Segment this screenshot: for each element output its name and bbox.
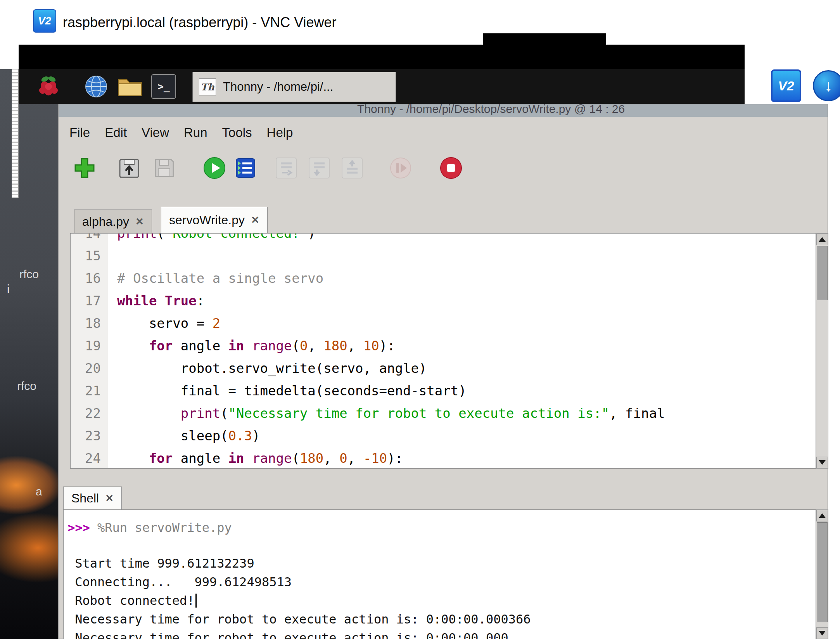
debug-button[interactable] xyxy=(233,156,258,180)
shell-pane[interactable]: >>> %Run servoWrite.py Start time 999.61… xyxy=(63,509,816,639)
code-line[interactable]: 23 sleep(0.3) xyxy=(71,424,816,447)
new-file-button[interactable] xyxy=(72,156,97,180)
shell-line: Robot connected! xyxy=(67,591,816,610)
line-number: 19 xyxy=(71,334,108,357)
code-text xyxy=(108,244,117,267)
stop-button[interactable] xyxy=(439,156,463,180)
line-number: 23 xyxy=(71,424,108,447)
shell-tabbar: Shell ✕ xyxy=(59,481,828,509)
close-icon[interactable]: ✕ xyxy=(105,492,114,504)
tab-label: alpha.py xyxy=(82,215,129,229)
menu-edit[interactable]: Edit xyxy=(105,125,127,140)
desktop-text-fragment: i xyxy=(7,282,10,296)
desktop-background: rfco i rfco a xyxy=(0,69,58,639)
line-number: 14 xyxy=(71,233,108,244)
code-text: print("Robot connected!") xyxy=(108,233,316,244)
tab-label: servoWrite.py xyxy=(169,213,245,227)
code-line[interactable]: 24 for angle in range(180, 0, -10): xyxy=(71,447,816,469)
thonny-window-titlebar[interactable]: Thonny - /home/pi/Desktop/servoWrite.py … xyxy=(59,104,828,117)
menu-help[interactable]: Help xyxy=(267,125,293,140)
open-file-button[interactable] xyxy=(117,156,142,180)
step-into-button[interactable] xyxy=(307,156,332,180)
screen: V2 raspberrypi.local (raspberrypi) - VNC… xyxy=(0,0,840,639)
code-line[interactable]: 19 for angle in range(0, 180, 10): xyxy=(71,334,816,357)
taskbar: >_ Th Thonny - /home/pi/... xyxy=(19,69,745,104)
desktop-text-fragment: rfco xyxy=(19,268,39,281)
shell-line: Connecting... 999.612498513 xyxy=(67,573,816,591)
terminal-icon[interactable]: >_ xyxy=(151,74,176,99)
step-over-button[interactable] xyxy=(274,156,299,180)
scroll-up-icon[interactable] xyxy=(816,234,828,245)
vnc-logo-text: V2 xyxy=(38,15,51,27)
scroll-down-icon[interactable] xyxy=(816,457,828,468)
shell-line: Necessary time for robot to execute acti… xyxy=(67,610,816,629)
line-number: 20 xyxy=(71,357,108,379)
scrollbar-thumb[interactable] xyxy=(817,522,828,622)
menu-run[interactable]: Run xyxy=(184,125,207,140)
vnc-app-icon[interactable]: V2 xyxy=(771,69,801,102)
code-text: sleep(0.3) xyxy=(108,424,260,447)
thonny-window-title: Thonny - /home/pi/Desktop/servoWrite.py … xyxy=(357,104,625,117)
scrollbar-thumb[interactable] xyxy=(817,246,828,300)
shell-lines: >>> %Run servoWrite.py Start time 999.61… xyxy=(67,518,816,639)
text-cursor xyxy=(195,594,197,608)
web-browser-icon[interactable] xyxy=(84,74,109,99)
editor-scrollbar[interactable] xyxy=(816,233,828,469)
save-file-button[interactable] xyxy=(152,156,176,180)
background-window-fragment xyxy=(483,33,606,45)
tab-alpha-py[interactable]: alpha.py ✕ xyxy=(74,210,152,233)
code-line[interactable]: 20 robot.servo_write(servo, angle) xyxy=(71,357,816,379)
line-number: 18 xyxy=(71,312,108,334)
code-text: # Oscillate a single servo xyxy=(108,267,323,289)
vnc-tray-icon[interactable]: ↓ xyxy=(813,70,840,101)
desktop-text-fragment: a xyxy=(36,485,42,498)
code-line[interactable]: 21 final = timedelta(seconds=end-start) xyxy=(71,379,816,402)
line-number: 15 xyxy=(71,244,108,267)
code-line[interactable]: 14print("Robot connected!") xyxy=(71,233,816,244)
file-manager-icon[interactable] xyxy=(118,74,142,99)
code-line[interactable]: 17while True: xyxy=(71,289,816,312)
pane-splitter[interactable] xyxy=(59,469,828,481)
code-line[interactable]: 15 xyxy=(71,244,816,267)
editor-pane[interactable]: 14print("Robot connected!")1516# Oscilla… xyxy=(70,233,816,469)
menu-tools[interactable]: Tools xyxy=(222,125,252,140)
code-text: servo = 2 xyxy=(108,312,220,334)
close-icon[interactable]: ✕ xyxy=(135,216,144,228)
code-text: final = timedelta(seconds=end-start) xyxy=(108,379,467,402)
editor-lines: 14print("Robot connected!")1516# Oscilla… xyxy=(71,233,816,469)
line-number: 16 xyxy=(71,267,108,289)
taskbar-thonny-label: Thonny - /home/pi/... xyxy=(223,80,333,94)
taskbar-thonny-button[interactable]: Th Thonny - /home/pi/... xyxy=(192,72,396,102)
code-line[interactable]: 22 print("Necessary time for robot to ex… xyxy=(71,402,816,424)
menu-file[interactable]: File xyxy=(69,125,90,140)
thonny-window: Thonny - /home/pi/Desktop/servoWrite.py … xyxy=(58,104,828,639)
code-line[interactable]: 18 servo = 2 xyxy=(71,312,816,334)
tab-servowrite-py[interactable]: servoWrite.py ✕ xyxy=(161,207,268,233)
vnc-logo-icon: V2 xyxy=(33,9,56,33)
terminal-glyph: >_ xyxy=(157,81,169,92)
code-line[interactable]: 16# Oscillate a single servo xyxy=(71,267,816,289)
scroll-up-icon[interactable] xyxy=(816,510,828,521)
shell-line: Start time 999.612132239 xyxy=(67,554,816,573)
code-text: robot.servo_write(servo, angle) xyxy=(108,357,427,379)
desktop-text-fragment: rfco xyxy=(17,379,36,393)
scroll-down-icon[interactable] xyxy=(816,627,828,639)
menu-view[interactable]: View xyxy=(142,125,169,140)
step-out-button[interactable] xyxy=(340,156,365,180)
vnc-window-title: raspberrypi.local (raspberrypi) - VNC Vi… xyxy=(63,0,337,45)
line-number: 22 xyxy=(71,402,108,424)
code-text: while True: xyxy=(108,289,204,312)
resume-button[interactable] xyxy=(388,156,413,180)
remote-screen-black-bar xyxy=(19,45,745,69)
line-number: 21 xyxy=(71,379,108,402)
line-number: 17 xyxy=(71,289,108,312)
vnc-tray-glyph: ↓ xyxy=(824,76,833,95)
shell-scrollbar[interactable] xyxy=(816,509,828,639)
vnc-titlebar: V2 raspberrypi.local (raspberrypi) - VNC… xyxy=(0,0,840,45)
tab-shell[interactable]: Shell ✕ xyxy=(63,487,122,509)
vnc-app-icon-text: V2 xyxy=(778,78,794,94)
tab-label: Shell xyxy=(71,491,99,506)
close-icon[interactable]: ✕ xyxy=(251,214,259,226)
run-button[interactable] xyxy=(202,156,227,180)
raspberry-pi-menu-icon[interactable] xyxy=(36,74,61,99)
